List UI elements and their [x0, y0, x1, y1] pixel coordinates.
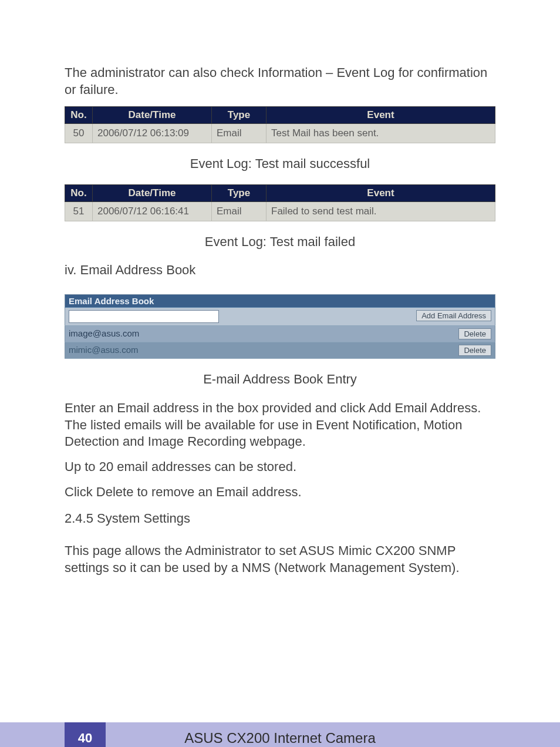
- table-row: 50 2006/07/12 06:13:09 Email Test Mail h…: [65, 124, 495, 143]
- delete-button[interactable]: Delete: [458, 328, 491, 339]
- subsection-text: This page allows the Administrator to se…: [65, 543, 495, 576]
- caption-success: Event Log: Test mail successful: [65, 156, 495, 171]
- cell-datetime: 2006/07/12 06:16:41: [93, 202, 212, 221]
- page-footer: 40 ASUS CX200 Internet Camera: [0, 722, 560, 747]
- caption-address-book: E-mail Address Book Entry: [65, 372, 495, 387]
- col-no: No.: [65, 185, 93, 202]
- footer-title: ASUS CX200 Internet Camera: [106, 722, 560, 747]
- col-event: Event: [266, 107, 495, 124]
- delete-button[interactable]: Delete: [458, 345, 491, 356]
- col-no: No.: [65, 107, 93, 124]
- cell-event: Failed to send test mail.: [266, 202, 495, 221]
- event-log-table-success: No. Date/Time Type Event 50 2006/07/12 0…: [65, 106, 495, 143]
- col-datetime: Date/Time: [93, 107, 212, 124]
- col-type: Type: [212, 185, 266, 202]
- caption-failed: Event Log: Test mail failed: [65, 234, 495, 250]
- col-type: Type: [212, 107, 266, 124]
- col-event: Event: [266, 185, 495, 202]
- email-entry: mimic@asus.com: [69, 345, 139, 355]
- page-number: 40: [65, 722, 106, 747]
- cell-datetime: 2006/07/12 06:13:09: [93, 124, 212, 143]
- add-email-button[interactable]: Add Email Address: [416, 310, 491, 321]
- intro-paragraph: The administrator can also check Informa…: [65, 65, 495, 98]
- event-log-table-failed: No. Date/Time Type Event 51 2006/07/12 0…: [65, 184, 495, 221]
- section-iv-heading: iv. Email Address Book: [65, 263, 495, 278]
- cell-type: Email: [212, 202, 266, 221]
- email-input[interactable]: [69, 310, 219, 323]
- paragraph-instructions: Enter an Email address in the box provid…: [65, 400, 495, 450]
- paragraph-limit: Up to 20 email addresses can be stored.: [65, 459, 495, 476]
- table-row: 51 2006/07/12 06:16:41 Email Failed to s…: [65, 202, 495, 221]
- cell-event: Test Mail has been sent.: [266, 124, 495, 143]
- address-book-title: Email Address Book: [65, 295, 495, 308]
- cell-no: 51: [65, 202, 93, 221]
- cell-type: Email: [212, 124, 266, 143]
- email-address-book: Email Address Book Add Email Address ima…: [65, 294, 495, 359]
- subsection-heading: 2.4.5 System Settings: [65, 511, 495, 526]
- col-datetime: Date/Time: [93, 185, 212, 202]
- email-entry: image@asus.com: [69, 328, 139, 338]
- cell-no: 50: [65, 124, 93, 143]
- paragraph-delete: Click Delete to remove an Email address.: [65, 484, 495, 501]
